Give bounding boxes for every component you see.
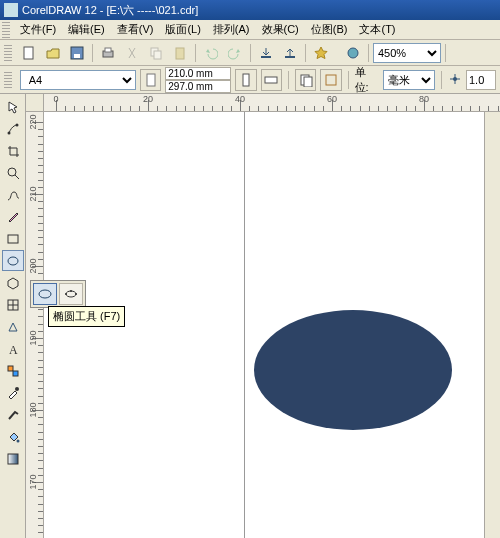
nudge-field[interactable] (466, 70, 496, 90)
menu-edit[interactable]: 编辑(E) (62, 20, 111, 39)
open-button[interactable] (42, 42, 64, 64)
grip-icon (4, 72, 12, 88)
svg-rect-13 (265, 77, 277, 83)
orientation-portrait-button[interactable] (235, 69, 256, 91)
svg-point-34 (66, 291, 76, 297)
separator (250, 44, 251, 62)
page-width-field[interactable] (165, 67, 231, 80)
text-tool[interactable]: A (2, 338, 24, 359)
menu-bitmap[interactable]: 位图(B) (305, 20, 354, 39)
copy-button[interactable] (145, 42, 167, 64)
app-icon (4, 3, 18, 17)
shape-tool[interactable] (2, 118, 24, 139)
svg-rect-15 (304, 77, 312, 87)
separator (305, 44, 306, 62)
svg-rect-29 (13, 371, 18, 376)
menu-view[interactable]: 查看(V) (111, 20, 160, 39)
interactive-fill-tool[interactable] (2, 448, 24, 469)
import-button[interactable] (255, 42, 277, 64)
paste-button[interactable] (169, 42, 191, 64)
units-label: 单位: (355, 65, 379, 95)
corel-online-button[interactable] (342, 42, 364, 64)
menu-file[interactable]: 文件(F) (14, 20, 62, 39)
grip-icon (2, 22, 10, 38)
svg-rect-9 (285, 56, 295, 58)
svg-rect-0 (24, 47, 33, 59)
zoom-tool[interactable] (2, 162, 24, 183)
svg-point-36 (75, 293, 77, 295)
menu-arrange[interactable]: 排列(A) (207, 20, 256, 39)
paper-size-select[interactable]: A4 (20, 70, 136, 90)
ellipse-tool-option[interactable] (33, 283, 57, 305)
outline-tool[interactable] (2, 404, 24, 425)
svg-rect-22 (8, 235, 18, 243)
svg-point-30 (15, 387, 19, 391)
export-button[interactable] (279, 42, 301, 64)
svg-rect-3 (103, 51, 113, 57)
svg-rect-5 (151, 48, 158, 56)
app-launcher-button[interactable] (310, 42, 332, 64)
snap-button[interactable] (320, 69, 341, 91)
portrait-button[interactable] (140, 69, 161, 91)
window-title: CorelDRAW 12 - [E:\六 -----\021.cdr] (22, 3, 198, 18)
svg-rect-4 (105, 48, 111, 52)
menu-layout[interactable]: 版面(L) (159, 20, 206, 39)
svg-point-18 (7, 131, 10, 134)
polygon-tool[interactable] (2, 272, 24, 293)
menu-bar: 文件(F) 编辑(E) 查看(V) 版面(L) 排列(A) 效果(C) 位图(B… (0, 20, 500, 40)
menu-text[interactable]: 文本(T) (353, 20, 401, 39)
cut-button[interactable] (121, 42, 143, 64)
basic-shapes-tool[interactable] (2, 316, 24, 337)
vertical-scrollbar[interactable] (484, 112, 500, 538)
svg-point-23 (8, 257, 18, 265)
standard-toolbar: 450% (0, 40, 500, 66)
fill-tool[interactable] (2, 426, 24, 447)
crop-tool[interactable] (2, 140, 24, 161)
separator (288, 71, 289, 89)
separator (348, 71, 349, 89)
separator (195, 44, 196, 62)
vertical-ruler[interactable]: 220210200190180170 (26, 112, 44, 538)
svg-point-19 (15, 123, 18, 126)
print-button[interactable] (97, 42, 119, 64)
save-button[interactable] (66, 42, 88, 64)
separator (441, 71, 442, 89)
svg-rect-6 (154, 51, 161, 59)
svg-rect-16 (326, 75, 336, 85)
toolbox: A (0, 94, 26, 538)
ellipse-tool[interactable] (2, 250, 24, 271)
ellipse-shape[interactable] (254, 310, 452, 430)
tooltip: 椭圆工具 (F7) (48, 306, 125, 327)
ruler-origin[interactable] (26, 94, 44, 112)
pick-tool[interactable] (2, 96, 24, 117)
svg-point-37 (70, 290, 72, 292)
units-select[interactable]: 毫米 (383, 70, 435, 90)
interactive-blend-tool[interactable] (2, 360, 24, 381)
page-height-field[interactable] (165, 80, 231, 93)
pages-button[interactable] (295, 69, 316, 91)
svg-point-17 (453, 77, 457, 81)
freehand-tool[interactable] (2, 184, 24, 205)
svg-point-10 (348, 48, 358, 58)
svg-point-33 (39, 290, 51, 298)
menu-effects[interactable]: 效果(C) (256, 20, 305, 39)
zoom-select[interactable]: 450% (373, 43, 441, 63)
new-button[interactable] (18, 42, 40, 64)
rectangle-tool[interactable] (2, 228, 24, 249)
orientation-landscape-button[interactable] (261, 69, 282, 91)
smart-draw-tool[interactable] (2, 206, 24, 227)
svg-point-20 (8, 168, 16, 176)
svg-rect-11 (147, 74, 155, 86)
horizontal-ruler[interactable]: 020406080 (26, 94, 500, 112)
graph-paper-tool[interactable] (2, 294, 24, 315)
separator (445, 44, 446, 62)
svg-rect-7 (176, 48, 184, 59)
eyedropper-tool[interactable] (2, 382, 24, 403)
undo-button[interactable] (200, 42, 222, 64)
three-point-ellipse-option[interactable] (59, 283, 83, 305)
svg-line-21 (15, 175, 19, 179)
svg-rect-14 (301, 75, 309, 85)
workspace: A 椭圆工具 (F7) 020406080 220210200190180170 (0, 94, 500, 538)
nudge-icon (448, 72, 462, 88)
redo-button[interactable] (224, 42, 246, 64)
